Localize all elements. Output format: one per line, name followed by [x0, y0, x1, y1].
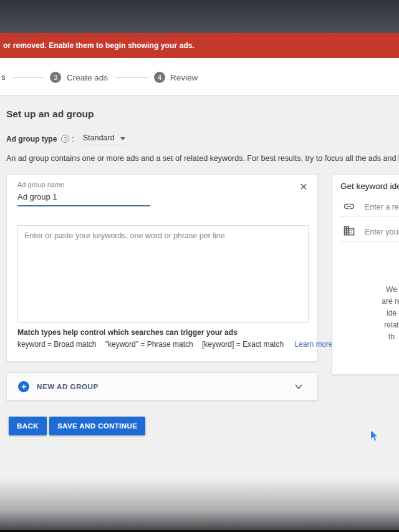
mouse-cursor-icon [370, 429, 380, 443]
help-icon[interactable]: ? [61, 135, 69, 143]
save-and-continue-button[interactable]: SAVE AND CONTINUE [49, 417, 145, 435]
step-4-circle[interactable]: 4 [154, 72, 165, 83]
wizard-steps-bar: s 3 Create ads 4 Review [0, 58, 399, 96]
ad-group-description: An ad group contains one or more ads and… [6, 154, 399, 163]
ad-group-name-input[interactable]: Ad group 1 [17, 192, 150, 201]
ad-group-type-row: Ad group type ? : Standard [6, 132, 127, 145]
product-service-input[interactable]: Enter your p [365, 228, 399, 236]
ad-group-name-label: Ad group name [17, 181, 64, 188]
exact-match-legend: [keyword] = Exact match [202, 340, 284, 349]
related-website-input[interactable]: Enter a relat [365, 203, 399, 211]
step-3-label[interactable]: Create ads [67, 73, 108, 82]
link-icon [343, 200, 355, 213]
chevron-down-icon[interactable] [294, 384, 303, 390]
back-button[interactable]: BACK [9, 417, 47, 435]
dropdown-arrow-icon [120, 137, 125, 140]
step-previous-fragment: s [1, 72, 6, 82]
alert-banner-text: or removed. Enable them to begin showing… [3, 41, 195, 50]
close-icon[interactable]: × [296, 180, 311, 195]
step-4-label[interactable]: Review [170, 73, 198, 82]
keyword-ideas-panel: Get keyword ide Enter a relat Enter your… [332, 174, 399, 375]
new-ad-group-button[interactable]: + NEW AD GROUP [6, 372, 318, 400]
broad-match-legend: keyword = Broad match [17, 340, 96, 349]
step-connector [115, 77, 149, 78]
ad-group-type-separator: : [72, 135, 74, 143]
step-3-circle[interactable]: 3 [50, 72, 61, 83]
google-ads-setup-screen: or removed. Enable them to begin showing… [0, 0, 399, 532]
keyword-ideas-helper-text: We are re ide relat th [332, 284, 399, 343]
match-types-legend: keyword = Broad match "keyword" = Phrase… [17, 340, 333, 349]
new-ad-group-label: NEW AD GROUP [37, 383, 99, 390]
keyword-ideas-title: Get keyword ide [340, 181, 399, 191]
top-dark-bar [0, 0, 399, 33]
input-underline [340, 241, 399, 242]
learn-more-link[interactable]: Learn more [294, 340, 332, 349]
ad-group-card: Ad group name Ad group 1 × Match types h… [6, 174, 318, 362]
keywords-textarea[interactable] [17, 225, 309, 323]
building-icon [343, 225, 355, 237]
alert-banner: or removed. Enable them to begin showing… [0, 33, 399, 58]
bottom-vignette [0, 477, 399, 532]
plus-icon: + [18, 381, 29, 392]
match-types-heading: Match types help control which searches … [17, 328, 238, 337]
input-underline [340, 216, 399, 217]
ad-group-type-label: Ad group type [6, 135, 57, 143]
step-connector [12, 77, 44, 78]
input-focus-underline [17, 205, 150, 206]
ad-group-type-select[interactable]: Standard [82, 132, 127, 145]
phrase-match-legend: "keyword" = Phrase match [105, 340, 193, 349]
page-title: Set up an ad group [6, 109, 94, 120]
